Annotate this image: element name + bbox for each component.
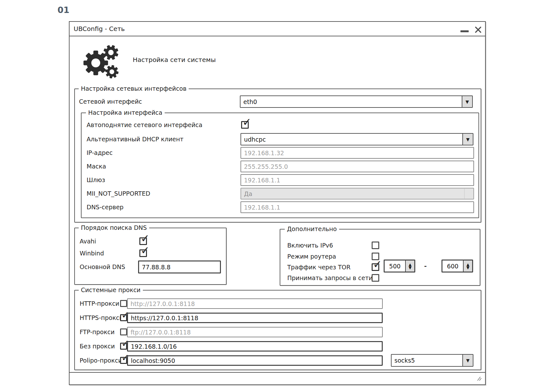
window-title: UBConfig - Сеть <box>74 22 125 36</box>
dns-server-label: DNS-сервер <box>87 201 124 213</box>
ipv6-label: Включить IPv6 <box>287 242 333 249</box>
group-legend: Системные прокси <box>79 286 143 293</box>
spinner-down-icon[interactable]: ▼ <box>409 266 411 269</box>
spinner-buttons[interactable]: ▲ ▼ <box>463 260 472 272</box>
group-interface-settings: Настройка интерфейса Автоподнятие сетево… <box>81 113 479 218</box>
dns-server-input[interactable] <box>240 201 474 213</box>
primary-dns-label: Основной DNS <box>80 260 125 273</box>
title-bar: UBConfig - Сеть <box>70 22 485 36</box>
mii-not-supported-input <box>240 188 474 199</box>
winbind-label: Winbind <box>80 249 104 257</box>
group-legend: Порядок поиска DNS <box>79 224 149 231</box>
router-mode-label: Режим роутера <box>287 253 336 260</box>
socks-type-dropdown[interactable]: socks5 ▼ <box>391 354 473 367</box>
check-icon: ✓ <box>141 245 150 256</box>
polipo-proxy-input[interactable] <box>127 355 383 366</box>
disabled-field-divider <box>464 189 465 199</box>
polipo-proxy-checkbox[interactable]: ✓ <box>120 357 127 364</box>
winbind-checkbox[interactable]: ✓ <box>139 249 147 257</box>
chevron-down-icon: ▼ <box>462 96 472 107</box>
range-separator: - <box>424 262 427 270</box>
close-icon <box>474 26 482 34</box>
netmask-label: Маска <box>87 161 106 172</box>
https-proxy-input[interactable] <box>127 313 383 323</box>
interface-dropdown[interactable]: eth0 ▼ <box>240 95 473 108</box>
no-proxy-input[interactable] <box>127 341 383 352</box>
tor-port-from-spinner[interactable]: 500 ▲ ▼ <box>384 260 415 273</box>
ftp-proxy-input[interactable] <box>127 327 383 337</box>
dhcp-client-dropdown-value: udhcpc <box>241 134 462 145</box>
window: UBConfig - Сеть <box>69 21 486 385</box>
accept-requests-checkbox[interactable]: ✓ <box>372 274 379 282</box>
chevron-down-icon: ▼ <box>462 355 473 366</box>
interface-label: Сетевой интерфейс <box>79 95 142 108</box>
ip-address-input[interactable] <box>240 147 474 159</box>
gears-icon <box>83 43 120 81</box>
resize-grip-icon <box>476 376 483 382</box>
tor-traffic-label: Траффик через TOR <box>287 263 350 271</box>
dhcp-client-label: Альтернативный DHCP клиент <box>87 133 183 145</box>
no-proxy-label: Без прокси <box>80 341 115 352</box>
minimize-button[interactable] <box>460 30 469 32</box>
check-icon: ✓ <box>141 233 150 244</box>
primary-dns-input[interactable] <box>138 260 221 273</box>
mii-not-supported-label: MII_NOT_SUPPORTED <box>87 188 150 199</box>
close-button[interactable] <box>474 26 482 34</box>
tor-traffic-checkbox[interactable]: ✓ <box>372 263 379 271</box>
polipo-proxy-label: Polipo-прокси <box>80 355 122 366</box>
http-proxy-label: HTTP-прокси <box>80 298 119 309</box>
auto-up-label: Автоподнятие сетевого интерфейса <box>87 121 202 129</box>
socks-type-dropdown-value: socks5 <box>392 355 462 366</box>
group-network-interfaces: Настройка сетевых интерфейсов Сетевой ин… <box>74 89 481 223</box>
group-legend: Дополнительно <box>285 225 339 232</box>
ftp-proxy-checkbox[interactable]: ✓ <box>120 328 127 335</box>
http-proxy-checkbox[interactable]: ✓ <box>120 300 127 307</box>
tor-port-to-value: 600 <box>442 260 463 272</box>
gateway-label: Шлюз <box>87 174 105 186</box>
tor-port-to-spinner[interactable]: 600 ▲ ▼ <box>441 260 473 273</box>
group-dns-order: Порядок поиска DNS Avahi ✓ Winbind ✓ Осн… <box>74 228 227 285</box>
interface-dropdown-value: eth0 <box>240 96 462 107</box>
https-proxy-checkbox[interactable]: ✓ <box>120 314 127 321</box>
tor-port-from-value: 500 <box>385 260 405 272</box>
group-legend: Настройка интерфейса <box>86 109 165 116</box>
check-icon: ✓ <box>373 259 382 270</box>
dhcp-client-dropdown[interactable]: udhcpc ▼ <box>240 133 473 145</box>
status-bar <box>70 372 485 384</box>
gateway-input[interactable] <box>240 174 474 186</box>
ipv6-checkbox[interactable]: ✓ <box>372 242 379 249</box>
avahi-label: Avahi <box>80 237 96 245</box>
ftp-proxy-label: FTP-прокси <box>80 327 114 337</box>
accept-requests-label: Принимать запросы в сети <box>287 274 373 282</box>
ip-address-label: IP-адрес <box>87 147 113 159</box>
http-proxy-input[interactable] <box>127 298 383 309</box>
no-proxy-checkbox[interactable]: ✓ <box>120 343 127 350</box>
chevron-down-icon: ▼ <box>462 134 473 145</box>
group-legend: Настройка сетевых интерфейсов <box>79 85 189 92</box>
page-number: 01 <box>58 5 70 15</box>
spinner-buttons[interactable]: ▲ ▼ <box>405 260 414 272</box>
check-icon: ✓ <box>242 117 252 127</box>
group-system-proxies: Системные прокси HTTP-прокси ✓ HTTPS-про… <box>74 290 481 370</box>
netmask-input[interactable] <box>240 161 474 172</box>
group-additional: Дополнительно Включить IPv6 ✓ Режим роут… <box>280 229 480 286</box>
auto-up-checkbox[interactable]: ✓ <box>241 121 249 129</box>
dialog-heading: Настройка сети системы <box>133 56 216 64</box>
resize-grip[interactable] <box>476 376 483 383</box>
spinner-down-icon[interactable]: ▼ <box>466 266 469 269</box>
https-proxy-label: HTTPS-прокси <box>80 313 123 323</box>
